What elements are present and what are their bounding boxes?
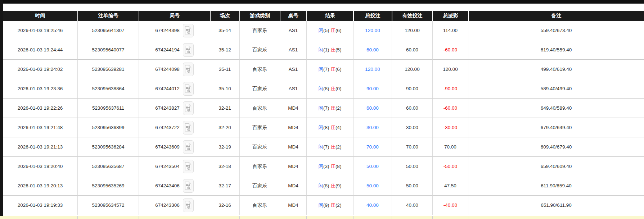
cell-result: 闲(7) 庄(2) <box>306 137 353 157</box>
cell-remark: 651.90/611.90 <box>468 196 644 215</box>
cell-remark: 609.40/679.40 <box>468 137 644 157</box>
player-result-score: (1) <box>323 47 329 53</box>
column-header-game_type: 游戏类别 <box>239 11 280 21</box>
table-row: 2026-01-03 19:20:13 523095635269 6742434… <box>3 176 644 196</box>
round-number: 674243504 <box>155 164 180 169</box>
cell-game-type: 百家乐 <box>239 99 280 118</box>
cell-game-type: 百家乐 <box>239 137 280 157</box>
video-replay-button[interactable] <box>183 179 194 193</box>
player-result-label: 闲 <box>319 164 324 169</box>
cell-remark: 679.40/649.40 <box>468 118 644 137</box>
round-number: 674244098 <box>155 67 180 72</box>
table-header: 时间注单编号局号场次游戏类别桌号结果总投注有效投注总派彩备注 <box>3 11 644 21</box>
cell-payout: -90.00 <box>432 79 468 99</box>
video-replay-button[interactable] <box>183 140 194 154</box>
cell-round: 674244012 <box>139 79 210 99</box>
cell-time: 2026-01-03 19:24:44 <box>3 40 77 60</box>
video-replay-button[interactable] <box>183 199 194 212</box>
cell-round: 674243609 <box>139 137 210 157</box>
video-replay-button[interactable] <box>183 24 194 37</box>
player-result-label: 闲 <box>319 105 324 111</box>
records-table-wrap: 时间注单编号局号场次游戏类别桌号结果总投注有效投注总派彩备注 2026-01-0… <box>3 11 644 215</box>
cell-total-bet: 50.00 <box>353 176 392 196</box>
video-replay-button[interactable] <box>183 160 194 173</box>
video-file-icon <box>185 201 192 210</box>
cell-result: 闲(7) 庄(6) <box>306 60 353 79</box>
cell-payout: 114.00 <box>432 21 468 40</box>
cell-round: 674243722 <box>139 118 210 137</box>
player-result-score: (7) <box>323 144 329 150</box>
banker-result-label: 庄 <box>330 105 335 111</box>
cell-remark: 659.40/609.40 <box>468 157 644 176</box>
summary-cell <box>139 216 210 219</box>
table-row: 2026-01-03 19:21:13 523095636284 6742436… <box>3 137 644 157</box>
cell-time: 2026-01-03 19:20:13 <box>3 176 77 196</box>
video-replay-button[interactable] <box>183 82 194 96</box>
player-result-label: 闲 <box>319 202 324 208</box>
banker-result-label: 庄 <box>330 28 335 33</box>
summary-cell <box>0 216 77 219</box>
cell-result: 闲(7) 庄(2) <box>306 99 353 118</box>
cell-total-bet: 120.00 <box>353 60 392 79</box>
cell-round: 674244098 <box>139 60 210 79</box>
player-result-label: 闲 <box>319 144 324 150</box>
player-result-label: 闲 <box>319 28 324 33</box>
banker-result-score: (0) <box>335 86 342 91</box>
summary-cell <box>432 216 468 219</box>
summary-cell <box>306 216 353 219</box>
cell-bet-id: 523095638864 <box>77 79 139 99</box>
table-row: 2026-01-03 19:21:48 523095636899 6742437… <box>3 118 644 137</box>
cell-game-type: 百家乐 <box>239 21 280 40</box>
video-replay-button[interactable] <box>183 63 194 76</box>
cell-total-bet: 30.00 <box>353 118 392 137</box>
cell-total-bet: 60.00 <box>353 40 392 60</box>
cell-session: 32-19 <box>210 137 239 157</box>
banker-result-score: (8) <box>335 164 342 169</box>
cell-round: 674244194 <box>139 40 210 60</box>
video-replay-button[interactable] <box>183 101 194 115</box>
cell-time: 2026-01-03 19:21:48 <box>3 118 77 137</box>
cell-table-id: AS1 <box>280 79 306 99</box>
player-result-score: (8) <box>323 183 329 188</box>
cell-session: 35-12 <box>210 40 239 60</box>
cell-result: 闲(8) 庄(0) <box>306 79 353 99</box>
player-result-score: (7) <box>323 67 329 72</box>
cell-bet-id: 523095639281 <box>77 60 139 79</box>
banker-result-label: 庄 <box>330 86 335 91</box>
cell-valid-bet: 60.00 <box>392 40 432 60</box>
cell-valid-bet: 50.00 <box>392 176 432 196</box>
banker-result-label: 庄 <box>330 125 335 130</box>
video-replay-button[interactable] <box>183 121 194 134</box>
player-result-score: (3) <box>323 164 329 169</box>
cell-payout: -60.00 <box>432 99 468 118</box>
cell-result: 闲(1) 庄(5) <box>306 40 353 60</box>
player-result-label: 闲 <box>319 183 324 188</box>
cell-session: 35-11 <box>210 60 239 79</box>
cell-game-type: 百家乐 <box>239 40 280 60</box>
cell-total-bet: 50.00 <box>353 157 392 176</box>
cell-total-bet: 70.00 <box>353 137 392 157</box>
cell-time: 2026-01-03 19:25:46 <box>3 21 77 40</box>
cell-payout: 120.00 <box>432 60 468 79</box>
cell-session: 35-14 <box>210 21 239 40</box>
cell-time: 2026-01-03 19:22:26 <box>3 99 77 118</box>
player-result-label: 闲 <box>319 47 324 53</box>
cell-session: 32-18 <box>210 157 239 176</box>
banker-result-score: (2) <box>335 144 342 150</box>
round-number: 674244194 <box>155 47 180 53</box>
column-header-bet_id: 注单编号 <box>77 11 139 21</box>
video-file-icon <box>185 142 192 151</box>
cell-total-bet: 120.00 <box>353 21 392 40</box>
cell-valid-bet: 50.00 <box>392 157 432 176</box>
cell-bet-id: 523095635687 <box>77 157 139 176</box>
player-result-score: (8) <box>323 125 329 130</box>
cell-time: 2026-01-03 19:24:02 <box>3 60 77 79</box>
video-file-icon <box>185 181 192 190</box>
column-header-time: 时间 <box>3 11 77 21</box>
cell-session: 32-20 <box>210 118 239 137</box>
cell-table-id: MD4 <box>280 157 306 176</box>
banker-result-score: (9) <box>335 183 342 188</box>
top-bar <box>0 0 644 4</box>
cell-table-id: MD4 <box>280 99 306 118</box>
video-replay-button[interactable] <box>183 43 194 57</box>
